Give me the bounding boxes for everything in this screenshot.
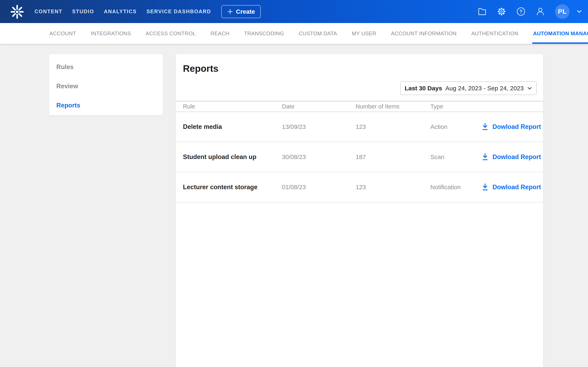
app-screen: CONTENT STUDIO ANALYTICS SERVICE DASHBOA… — [0, 0, 588, 367]
tab-integrations[interactable]: INTEGRATIONS — [91, 23, 131, 44]
table-header-row: Rule Date Number of Items Type — [176, 101, 543, 112]
filter-row: Last 30 Days Aug 24, 2023 - Sep 24, 2023 — [176, 81, 537, 95]
date-range-dropdown[interactable]: Last 30 Days Aug 24, 2023 - Sep 24, 2023 — [400, 81, 537, 95]
reports-table: Rule Date Number of Items Type Delete me… — [176, 101, 543, 202]
download-icon — [481, 183, 489, 192]
download-report-label: Dowload Report — [493, 123, 541, 131]
rule-date: 01/08/23 — [282, 184, 356, 191]
tab-automation-manager[interactable]: AUTOMATION MANAGER — [533, 23, 588, 44]
reports-panel: Reports Last 30 Days Aug 24, 2023 - Sep … — [176, 54, 543, 367]
rule-item-count: 187 — [356, 154, 430, 160]
content-area: Rules Review Reports Reports Last 30 Day… — [0, 44, 588, 367]
rule-name: Lecturer content storage — [183, 184, 282, 191]
rule-type: Scan — [430, 154, 481, 160]
tab-transcoding[interactable]: TRANSCODING — [244, 23, 284, 44]
user-icon[interactable] — [536, 7, 545, 16]
rule-date: 30/08/23 — [282, 154, 356, 160]
table-row: Lecturer content storage 01/08/23 123 No… — [176, 172, 543, 202]
table-row: Student upload clean up 30/08/23 187 Sca… — [176, 142, 543, 172]
nav-item-content[interactable]: CONTENT — [35, 8, 62, 15]
date-range-value: Aug 24, 2023 - Sep 24, 2023 — [445, 85, 524, 92]
tab-account[interactable]: ACCOUNT — [49, 23, 76, 44]
column-header-date: Date — [282, 103, 356, 110]
settings-tabbar: ACCOUNT INTEGRATIONS ACCESS CONTROL REAC… — [0, 23, 588, 44]
tab-access-control[interactable]: ACCESS CONTROL — [146, 23, 196, 44]
tab-reach[interactable]: REACH — [210, 23, 229, 44]
download-icon — [481, 153, 489, 161]
download-report-label: Dowload Report — [493, 153, 541, 161]
folder-icon[interactable] — [477, 7, 487, 16]
create-button[interactable]: Create — [221, 5, 261, 18]
rule-item-count: 123 — [356, 184, 430, 191]
settings-gear-icon[interactable] — [497, 7, 506, 16]
plus-icon — [227, 8, 233, 15]
kaltura-starburst-logo[interactable] — [9, 4, 25, 20]
sidebar-item-reports[interactable]: Reports — [56, 102, 163, 109]
nav-item-service-dashboard[interactable]: SERVICE DASHBOARD — [146, 8, 211, 15]
top-navbar: CONTENT STUDIO ANALYTICS SERVICE DASHBOA… — [0, 0, 588, 23]
date-preset-label: Last 30 Days — [405, 85, 442, 92]
create-button-label: Create — [236, 8, 255, 15]
rule-date: 13/09/23 — [282, 123, 356, 130]
nav-item-studio[interactable]: STUDIO — [72, 8, 94, 15]
tab-my-user[interactable]: MY USER — [352, 23, 376, 44]
download-icon — [481, 123, 489, 131]
column-header-number-of-items: Number of Items — [356, 103, 430, 110]
download-report-link[interactable]: Dowload Report — [481, 153, 543, 161]
navbar-right-cluster: ? PL — [477, 4, 582, 19]
rule-item-count: 123 — [356, 123, 430, 130]
rule-name: Student upload clean up — [183, 153, 282, 161]
rule-name: Delete media — [183, 123, 282, 131]
tab-custom-data[interactable]: CUSTOM DATA — [299, 23, 337, 44]
rule-type: Notification — [430, 184, 481, 191]
nav-item-analytics[interactable]: ANALYTICS — [104, 8, 137, 15]
table-row: Delete media 13/09/23 123 Action Dowload… — [176, 112, 543, 142]
help-icon[interactable]: ? — [516, 7, 526, 16]
automation-sidebar: Rules Review Reports — [49, 54, 163, 115]
column-header-rule: Rule — [183, 103, 282, 110]
tab-account-information[interactable]: ACCOUNT INFORMATION — [391, 23, 457, 44]
column-header-type: Type — [430, 103, 481, 110]
download-report-label: Dowload Report — [493, 184, 541, 191]
sidebar-item-rules[interactable]: Rules — [56, 63, 163, 71]
primary-nav: CONTENT STUDIO ANALYTICS SERVICE DASHBOA… — [35, 8, 211, 15]
page-title: Reports — [183, 63, 543, 74]
chevron-down-icon — [527, 86, 532, 91]
avatar[interactable]: PL — [555, 4, 570, 19]
chevron-down-icon[interactable] — [579, 9, 582, 14]
download-report-link[interactable]: Dowload Report — [481, 123, 543, 131]
svg-text:?: ? — [519, 9, 522, 14]
tab-authentication[interactable]: AUTHENTICATION — [471, 23, 518, 44]
rule-type: Action — [430, 123, 481, 130]
sidebar-item-review[interactable]: Review — [56, 83, 163, 90]
download-report-link[interactable]: Dowload Report — [481, 183, 543, 192]
